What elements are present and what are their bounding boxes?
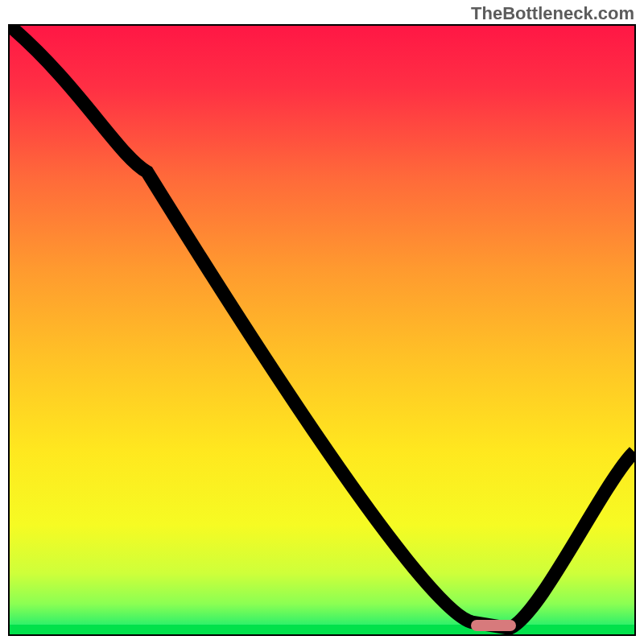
- optimal-marker: [471, 620, 516, 631]
- plot-area: [8, 24, 636, 636]
- bottleneck-curve: [10, 26, 634, 634]
- chart-frame: TheBottleneck.com: [0, 0, 644, 644]
- watermark-text: TheBottleneck.com: [471, 3, 634, 24]
